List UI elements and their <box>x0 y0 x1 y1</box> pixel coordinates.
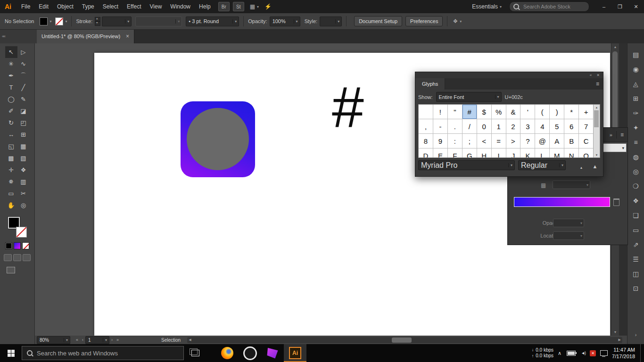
glyph-cell[interactable]: 7 <box>579 119 594 134</box>
shape-builder-tool[interactable]: ◱ <box>5 140 17 152</box>
menu-help[interactable]: Help <box>195 3 215 10</box>
curvature-tool[interactable]: ⌒ <box>17 70 30 82</box>
gpu-performance-icon[interactable]: ⚡ <box>264 3 272 10</box>
color-button[interactable] <box>5 242 12 249</box>
glyph-cell[interactable]: & <box>506 105 521 119</box>
draw-normal-button[interactable] <box>4 254 12 261</box>
delete-stop-icon[interactable] <box>613 198 619 206</box>
glyph-cell[interactable]: < <box>477 134 492 148</box>
glyph-cell[interactable]: O <box>579 148 594 158</box>
taskbar-clock[interactable]: 11:47 AM 7/17/2018 <box>612 346 635 360</box>
glyph-cell[interactable]: ? <box>520 134 535 148</box>
glyph-cell[interactable]: : <box>448 134 462 148</box>
next-artboard-icon[interactable]: › <box>109 337 115 342</box>
color-panel-icon[interactable]: ◉ <box>630 62 642 76</box>
arrange-documents-icon[interactable]: ▦ ▾ <box>250 3 259 10</box>
artboards-panel-icon[interactable]: ▭ <box>630 222 642 237</box>
tab-glyphs[interactable]: Glyphs <box>415 78 445 90</box>
gradient-panel-icon[interactable]: ◍ <box>630 149 642 164</box>
glyph-cell[interactable]: 8 <box>419 134 433 148</box>
panel-menu-icon[interactable]: ≡ <box>620 132 624 138</box>
artboard-number-combo[interactable]: 1 <box>85 336 109 344</box>
document-setup-button[interactable]: Document Setup <box>354 16 402 26</box>
glyph-scroll-thumb[interactable] <box>594 110 599 127</box>
glyph-cell[interactable]: I <box>492 148 506 158</box>
pathfinder-panel-icon[interactable]: ◫ <box>630 266 642 281</box>
glyph-cell[interactable]: 6 <box>564 119 579 134</box>
line-segment-tool[interactable]: ╱ <box>17 82 30 93</box>
glyph-cell[interactable]: G <box>462 148 477 158</box>
circle-app-taskbar-button[interactable] <box>239 344 261 362</box>
glyph-cell[interactable]: @ <box>535 134 550 148</box>
artboard-tool[interactable]: ▭ <box>5 188 17 199</box>
glyph-cell[interactable]: M <box>550 148 564 158</box>
glyph-cell[interactable]: % <box>492 105 506 119</box>
battery-icon[interactable] <box>567 351 576 356</box>
bridge-button[interactable]: Br <box>218 2 230 11</box>
shaper-tool[interactable]: ✐ <box>5 105 17 117</box>
glyph-zoom-in-icon[interactable]: ▲ <box>590 161 600 169</box>
direct-selection-tool[interactable]: ▷ <box>17 46 30 58</box>
glyph-cell[interactable]: 9 <box>433 134 448 148</box>
last-artboard-icon[interactable]: » <box>115 337 121 342</box>
step-down-icon[interactable] <box>95 21 100 26</box>
gradient-tool[interactable]: ▧ <box>17 152 30 164</box>
tab-close-icon[interactable]: × <box>126 33 129 40</box>
close-button[interactable]: ✕ <box>628 0 644 13</box>
stroke-color-swatch[interactable] <box>55 17 63 25</box>
scroll-right-icon[interactable] <box>619 337 621 343</box>
type-tool[interactable]: T <box>5 82 17 93</box>
menu-effect[interactable]: Effect <box>123 3 145 10</box>
hand-tool[interactable]: ✋ <box>5 199 17 211</box>
gradient-slider[interactable] <box>514 197 610 207</box>
panel-menu-icon[interactable]: ≡ <box>596 81 603 87</box>
style-combo[interactable] <box>320 16 342 26</box>
libraries-panel-icon[interactable]: ▤ <box>630 47 642 62</box>
paintbrush-tool[interactable]: ✎ <box>17 93 30 105</box>
eyedropper-tool[interactable]: ✛ <box>5 164 17 176</box>
glyph-cell[interactable]: + <box>579 105 594 119</box>
stock-search-box[interactable] <box>509 1 589 12</box>
brushes-panel-icon[interactable]: ✑ <box>630 106 642 120</box>
brush-definition-combo[interactable]: • 3 pt. Round <box>186 16 239 26</box>
arrange-options-icon[interactable]: ❖ ▾ <box>453 18 462 25</box>
mesh-tool[interactable]: ▩ <box>5 152 17 164</box>
draw-behind-button[interactable] <box>13 254 21 261</box>
hash-text-object[interactable]: # <box>332 78 364 136</box>
hidden-icons-chevron[interactable]: ∧ <box>558 350 561 356</box>
glyph-cell[interactable]: N <box>564 148 579 158</box>
glyph-cell[interactable]: C <box>579 134 594 148</box>
glyph-cell[interactable]: > <box>506 134 521 148</box>
none-button[interactable] <box>22 242 29 249</box>
swatches-panel-icon[interactable]: ⊞ <box>630 91 642 106</box>
network-speed-indicator[interactable]: ↓0.0 kbps ↑0.0 kbps <box>532 347 553 359</box>
stroke-swatch[interactable] <box>16 227 27 238</box>
stroke-label[interactable]: Stroke: <box>76 18 92 24</box>
expand-panels-icon[interactable]: » <box>610 132 612 138</box>
blend-tool[interactable]: ❖ <box>17 164 30 176</box>
zoom-tool[interactable]: ◎ <box>17 199 30 211</box>
stroke-weight-combo[interactable] <box>102 16 132 26</box>
glyph-cell[interactable]: 3 <box>520 119 535 134</box>
glyph-cell[interactable]: / <box>462 119 477 134</box>
document-tab[interactable]: Untitled-1* @ 80% (RGB/Preview) × <box>37 29 134 43</box>
menu-window[interactable]: Window <box>166 3 195 10</box>
glyph-cell[interactable]: A <box>550 134 564 148</box>
preferences-button[interactable]: Preferences <box>405 16 443 26</box>
color-guide-panel-icon[interactable]: ◬ <box>630 76 642 91</box>
glyph-cell[interactable]: 2 <box>506 119 521 134</box>
stroke-weight-stepper[interactable] <box>95 17 100 26</box>
glyph-cell[interactable]: = <box>492 134 506 148</box>
glyph-cell[interactable]: , <box>419 119 433 134</box>
glyph-cell[interactable]: B <box>564 134 579 148</box>
slice-tool[interactable]: ✂ <box>17 188 30 199</box>
glyph-cell[interactable] <box>419 105 433 119</box>
scroll-left-icon[interactable] <box>189 337 191 343</box>
illustrator-taskbar-button[interactable]: Ai <box>284 344 306 362</box>
collapse-panel-icon[interactable]: « <box>590 73 592 77</box>
gradient-rounded-square[interactable] <box>181 101 255 177</box>
glyph-cell[interactable]: 0 <box>477 119 492 134</box>
glyph-cell[interactable]: . <box>448 119 462 134</box>
opacity-label[interactable]: Opacity: <box>248 18 267 24</box>
glyph-cell[interactable]: ! <box>433 105 448 119</box>
